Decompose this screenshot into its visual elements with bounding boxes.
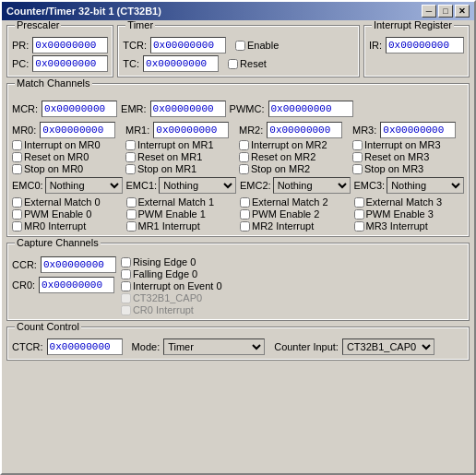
close-button[interactable]: ✕ <box>455 5 470 18</box>
ext-match-3-label: External Match 3 <box>366 196 443 208</box>
mr0-interrupt-checkbox[interactable] <box>12 140 22 150</box>
mr1-stop-checkbox[interactable] <box>125 164 136 174</box>
emc-checks-row: External Match 0 PWM Enable 0 MR0 Interr… <box>12 196 464 232</box>
minimize-button[interactable]: ─ <box>422 5 436 18</box>
match-channels-label: Match Channels <box>15 77 92 89</box>
emc0-select[interactable]: Nothing Set Clear Toggle <box>45 177 123 194</box>
cr0-interrupt-label: CR0 Interrupt <box>133 304 194 315</box>
ext-match-2-row: External Match 2 <box>240 196 351 208</box>
mr2-input[interactable] <box>267 122 342 138</box>
prescaler-label: Prescaler <box>15 20 61 30</box>
ext-match-1-row: External Match 1 <box>126 196 237 208</box>
tc-input[interactable] <box>143 55 219 72</box>
mr2-int-checkbox[interactable] <box>240 221 250 232</box>
pc-input[interactable] <box>32 55 108 72</box>
mr-fields-row: MR0: Interrupt on MR0 Reset on MR0 Stop … <box>12 120 464 174</box>
tcr-input[interactable] <box>150 37 226 53</box>
mr1-interrupt-label: Interrupt on MR1 <box>137 139 214 150</box>
cr0-interrupt-checkbox <box>121 305 131 315</box>
mr3-interrupt-checkbox[interactable] <box>352 140 363 150</box>
mr2-reset-label: Reset on MR2 <box>251 151 315 162</box>
interrupt-event-0-checkbox[interactable] <box>121 281 131 291</box>
mr0-int-checkbox[interactable] <box>12 221 22 232</box>
pwm-enable-3-checkbox[interactable] <box>354 209 364 220</box>
mode-select[interactable]: Timer Counter Rising Counter Falling Cou… <box>163 338 265 355</box>
mcr-label: MCR: <box>12 103 38 114</box>
ccr-input[interactable] <box>41 256 116 273</box>
pc-row: PC: <box>12 55 108 72</box>
mr3-input[interactable] <box>380 122 456 138</box>
rising-edge-0-row: Rising Edge 0 <box>121 256 222 267</box>
ext-match-0-checkbox[interactable] <box>12 197 22 208</box>
cr0-int-disabled-row: CR0 Interrupt <box>121 304 222 315</box>
mr0-input[interactable] <box>40 122 115 138</box>
pwm-enable-2-checkbox[interactable] <box>240 209 250 220</box>
mr3-int-label: MR3 Interrupt <box>366 220 428 232</box>
pwmc-input[interactable] <box>268 101 353 117</box>
emc-select-row: EMC0: Nothing Set Clear Toggle EMC1: Not… <box>12 177 464 194</box>
mr0-interrupt-label: Interrupt on MR0 <box>24 139 101 150</box>
mr3-reset-checkbox[interactable] <box>352 152 363 162</box>
ext-match-2-checkbox[interactable] <box>240 197 250 208</box>
mr0-reset-check: Reset on MR0 <box>12 151 124 162</box>
tcr-label: TCR: <box>123 40 147 51</box>
emc2-item: EMC2: Nothing Set Clear Toggle <box>240 177 351 194</box>
mr1-col: MR1: Interrupt on MR1 Reset on MR1 Stop … <box>125 120 237 174</box>
mr0-reset-checkbox[interactable] <box>12 152 22 162</box>
pwm-enable-1-checkbox[interactable] <box>126 209 137 220</box>
cap0-checkbox <box>121 293 131 303</box>
enable-checkbox[interactable] <box>235 41 245 51</box>
pwm-enable-0-checkbox[interactable] <box>12 209 22 220</box>
pr-row: PR: <box>12 37 108 53</box>
interrupt-register-label: Interrupt Register <box>372 20 454 30</box>
pr-input[interactable] <box>32 37 108 53</box>
mr0-stop-checkbox[interactable] <box>12 164 22 174</box>
ext-match-3-checkbox[interactable] <box>354 197 364 208</box>
mr2-reset-checkbox[interactable] <box>239 152 249 162</box>
mr1-reset-checkbox[interactable] <box>125 152 136 162</box>
pwm-enable-0-label: PWM Enable 0 <box>24 208 91 220</box>
mr1-input[interactable] <box>153 122 229 138</box>
mr3-col: MR3: Interrupt on MR3 Reset on MR3 Stop … <box>352 120 464 174</box>
ext-match-1-checkbox[interactable] <box>126 197 137 208</box>
ext-match-0-label: External Match 0 <box>24 196 101 208</box>
counter-input-select[interactable]: CT32B1_CAP0 CT32B1_CAP1 <box>342 338 434 355</box>
mr0-stop-label: Stop on MR0 <box>24 163 83 174</box>
mr1-interrupt-checkbox[interactable] <box>125 140 136 150</box>
reset-checkbox[interactable] <box>228 59 238 69</box>
mr2-interrupt-row: MR2 Interrupt <box>240 220 351 232</box>
emc3-select[interactable]: Nothing Set Clear Toggle <box>387 177 464 194</box>
ext-match-2-label: External Match 2 <box>252 196 328 208</box>
mr0-label: MR0: <box>12 125 36 136</box>
mr2-interrupt-check: Interrupt on MR2 <box>239 139 351 150</box>
mr2-stop-checkbox[interactable] <box>239 164 249 174</box>
emc2-select[interactable]: Nothing Set Clear Toggle <box>273 177 351 194</box>
pwm-enable-1-row: PWM Enable 1 <box>126 208 237 220</box>
mr3-label: MR3: <box>352 125 376 136</box>
ir-row: IR: <box>369 37 464 53</box>
ext-match-0-row: External Match 0 <box>12 196 123 208</box>
ctcr-input[interactable] <box>47 338 123 355</box>
maximize-button[interactable]: □ <box>438 5 453 18</box>
title-bar-buttons: ─ □ ✕ <box>422 5 470 18</box>
close-icon: ✕ <box>458 6 466 16</box>
falling-edge-0-checkbox[interactable] <box>121 269 131 279</box>
mr3-interrupt-label: Interrupt on MR3 <box>364 139 441 150</box>
emr-input[interactable] <box>150 101 226 117</box>
emc2-label: EMC2: <box>240 180 271 191</box>
cr0-input[interactable] <box>39 277 114 293</box>
mr3-stop-checkbox[interactable] <box>352 164 363 174</box>
rising-edge-0-checkbox[interactable] <box>121 257 131 267</box>
mcr-input[interactable] <box>42 101 117 117</box>
emc1-label: EMC1: <box>126 180 158 191</box>
ir-input[interactable] <box>386 37 464 53</box>
pwm-enable-1-label: PWM Enable 1 <box>138 208 206 220</box>
tc-label: TC: <box>123 58 139 69</box>
mr3-int-checkbox[interactable] <box>354 221 364 232</box>
top-section: Prescaler PR: PC: Timer TCR: <box>6 25 470 77</box>
ext-match-3-row: External Match 3 <box>354 196 465 208</box>
mr2-interrupt-checkbox[interactable] <box>239 140 249 150</box>
mr3-interrupt-row: MR3 Interrupt <box>354 220 465 232</box>
emc1-select[interactable]: Nothing Set Clear Toggle <box>159 177 236 194</box>
mr1-int-checkbox[interactable] <box>126 221 137 232</box>
